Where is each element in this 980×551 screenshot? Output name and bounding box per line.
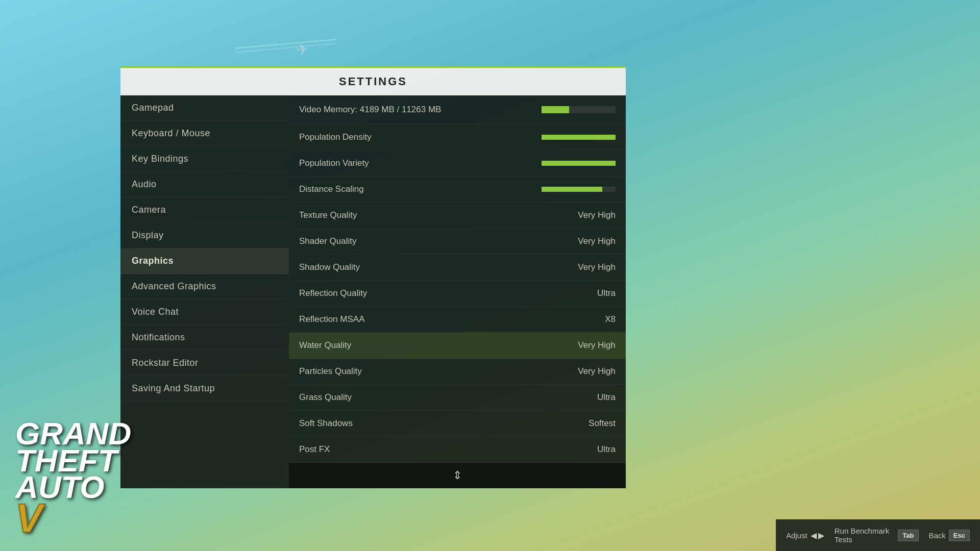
distance-scaling-label: Distance Scaling	[299, 184, 364, 194]
nav-item-key-bindings[interactable]: Key Bindings	[120, 146, 289, 172]
bottom-bar: Adjust ◀ ▶ Run Benchmark Tests Tab Back …	[776, 519, 980, 551]
setting-row-soft-shadows[interactable]: Soft Shadows Softest	[289, 411, 626, 437]
setting-row-post-fx[interactable]: Post FX Ultra	[289, 437, 626, 463]
back-label: Back	[929, 531, 946, 540]
nav-item-voice-chat[interactable]: Voice Chat	[120, 299, 289, 325]
shader-quality-label: Shader Quality	[299, 236, 356, 246]
distance-scaling-slider[interactable]	[542, 187, 616, 192]
airplane-icon: ✈	[296, 40, 310, 59]
population-density-label: Population Density	[299, 132, 372, 142]
population-density-slider[interactable]	[542, 135, 616, 140]
setting-row-distance-scaling[interactable]: Distance Scaling	[289, 177, 626, 203]
particles-quality-value: Very High	[578, 366, 616, 377]
setting-row-population-density[interactable]: Population Density	[289, 124, 626, 151]
post-fx-label: Post FX	[299, 444, 330, 455]
grass-quality-value: Ultra	[597, 392, 616, 403]
water-quality-value: Very High	[578, 340, 616, 350]
setting-row-texture-quality[interactable]: Texture Quality Very High	[289, 203, 626, 229]
benchmark-control[interactable]: Run Benchmark Tests Tab	[835, 527, 919, 544]
back-control[interactable]: Back Esc	[929, 530, 970, 541]
gta-logo: Grand Theft Auto V	[15, 420, 131, 536]
nav-item-graphics[interactable]: Graphics	[120, 248, 289, 274]
scroll-indicator[interactable]: ⇕	[289, 463, 626, 488]
shader-quality-value: Very High	[578, 236, 616, 246]
population-variety-fill	[542, 161, 616, 166]
logo-five: V	[15, 501, 131, 536]
setting-row-reflection-quality[interactable]: Reflection Quality Ultra	[289, 281, 626, 307]
population-variety-label: Population Variety	[299, 158, 369, 168]
video-memory-bar	[542, 106, 616, 113]
texture-quality-value: Very High	[578, 210, 616, 220]
setting-row-reflection-msaa[interactable]: Reflection MSAA X8	[289, 307, 626, 333]
texture-quality-label: Texture Quality	[299, 210, 357, 220]
nav-item-keyboard-mouse[interactable]: Keyboard / Mouse	[120, 121, 289, 146]
adjust-arrows: ◀ ▶	[811, 531, 824, 540]
particles-quality-label: Particles Quality	[299, 366, 362, 377]
reflection-msaa-value: X8	[605, 314, 616, 324]
setting-row-population-variety[interactable]: Population Variety	[289, 151, 626, 177]
reflection-quality-value: Ultra	[597, 288, 616, 298]
right-arrow[interactable]: ▶	[818, 531, 824, 540]
nav-item-gamepad[interactable]: Gamepad	[120, 95, 289, 121]
grass-quality-label: Grass Quality	[299, 392, 352, 403]
reflection-quality-label: Reflection Quality	[299, 288, 367, 298]
settings-nav: Gamepad Keyboard / Mouse Key Bindings Au…	[120, 95, 289, 488]
video-memory-fill	[542, 106, 569, 113]
settings-body: Gamepad Keyboard / Mouse Key Bindings Au…	[120, 95, 626, 488]
nav-item-camera[interactable]: Camera	[120, 197, 289, 223]
population-variety-slider[interactable]	[542, 161, 616, 166]
water-quality-label: Water Quality	[299, 340, 351, 350]
soft-shadows-value: Softest	[589, 418, 616, 429]
nav-item-rockstar-editor[interactable]: Rockstar Editor	[120, 350, 289, 376]
population-density-fill	[542, 135, 616, 140]
post-fx-value: Ultra	[597, 444, 616, 455]
shadow-quality-label: Shadow Quality	[299, 262, 360, 272]
video-memory-row: Video Memory: 4189 MB / 11263 MB	[289, 95, 626, 124]
soft-shadows-label: Soft Shadows	[299, 418, 353, 429]
nav-item-display[interactable]: Display	[120, 223, 289, 248]
benchmark-key: Tab	[898, 530, 918, 541]
nav-item-saving-startup[interactable]: Saving And Startup	[120, 376, 289, 402]
back-key: Esc	[949, 530, 970, 541]
setting-row-water-quality[interactable]: Water Quality Very High	[289, 333, 626, 359]
settings-title: SETTINGS	[120, 66, 626, 95]
shadow-quality-value: Very High	[578, 262, 616, 272]
setting-row-grass-quality[interactable]: Grass Quality Ultra	[289, 385, 626, 411]
settings-content: Video Memory: 4189 MB / 11263 MB Populat…	[289, 95, 626, 488]
nav-item-audio[interactable]: Audio	[120, 172, 289, 197]
setting-row-shader-quality[interactable]: Shader Quality Very High	[289, 229, 626, 255]
setting-row-shadow-quality[interactable]: Shadow Quality Very High	[289, 255, 626, 281]
left-arrow[interactable]: ◀	[811, 531, 817, 540]
nav-item-notifications[interactable]: Notifications	[120, 325, 289, 350]
distance-scaling-fill	[542, 187, 602, 192]
nav-item-advanced-graphics[interactable]: Advanced Graphics	[120, 274, 289, 299]
benchmark-label: Run Benchmark Tests	[835, 527, 895, 544]
adjust-label: Adjust	[786, 531, 807, 540]
reflection-msaa-label: Reflection MSAA	[299, 314, 365, 324]
settings-panel: SETTINGS Gamepad Keyboard / Mouse Key Bi…	[120, 66, 626, 488]
setting-row-particles-quality[interactable]: Particles Quality Very High	[289, 359, 626, 385]
adjust-control: Adjust ◀ ▶	[786, 531, 824, 540]
video-memory-label: Video Memory: 4189 MB / 11263 MB	[299, 105, 441, 115]
